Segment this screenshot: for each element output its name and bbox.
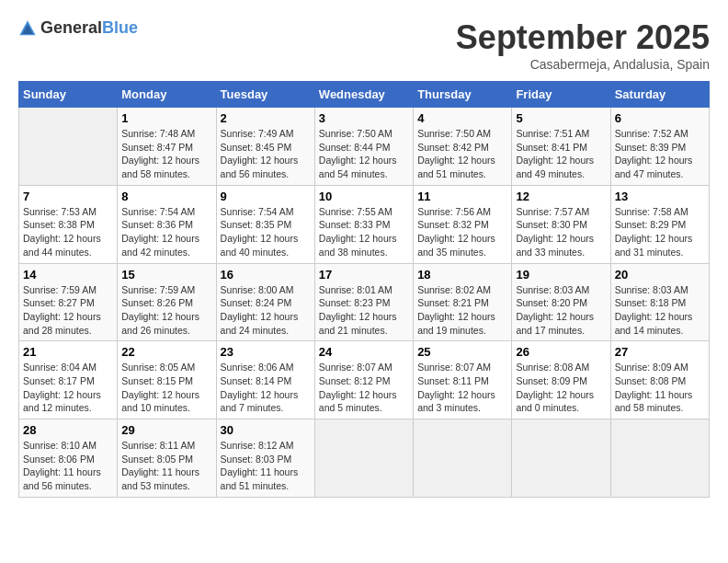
calendar-cell: 24Sunrise: 8:07 AM Sunset: 8:12 PM Dayli… (314, 341, 413, 419)
day-info: Sunrise: 7:55 AM Sunset: 8:33 PM Dayligh… (319, 205, 409, 259)
week-row-2: 7Sunrise: 7:53 AM Sunset: 8:38 PM Daylig… (19, 185, 710, 263)
day-info: Sunrise: 8:01 AM Sunset: 8:23 PM Dayligh… (319, 283, 409, 338)
day-info: Sunrise: 7:52 AM Sunset: 8:39 PM Dayligh… (615, 127, 705, 181)
title-area: September 2025 Casabermeja, Andalusia, S… (456, 18, 710, 72)
calendar-cell: 28Sunrise: 8:10 AM Sunset: 8:06 PM Dayli… (19, 419, 118, 498)
day-number: 23 (221, 345, 311, 359)
day-number: 15 (121, 268, 211, 282)
day-number: 28 (23, 423, 113, 437)
calendar-cell: 14Sunrise: 7:59 AM Sunset: 8:27 PM Dayli… (19, 263, 118, 341)
calendar-cell: 22Sunrise: 8:05 AM Sunset: 8:15 PM Dayli… (118, 341, 216, 419)
day-info: Sunrise: 8:03 AM Sunset: 8:18 PM Dayligh… (615, 283, 705, 338)
day-number: 6 (615, 111, 705, 125)
page-header: GeneralBlue September 2025 Casabermeja, … (18, 18, 710, 72)
calendar-cell: 9Sunrise: 7:54 AM Sunset: 8:35 PM Daylig… (216, 185, 314, 263)
column-header-monday: Monday (118, 82, 216, 108)
day-number: 3 (319, 111, 409, 125)
day-number: 12 (516, 190, 606, 203)
calendar-cell (314, 419, 413, 498)
day-info: Sunrise: 7:56 AM Sunset: 8:32 PM Dayligh… (417, 205, 507, 259)
logo: GeneralBlue (18, 18, 138, 38)
day-number: 25 (417, 345, 507, 359)
day-number: 17 (319, 268, 409, 282)
calendar-cell: 3Sunrise: 7:50 AM Sunset: 8:44 PM Daylig… (314, 108, 413, 186)
day-info: Sunrise: 7:54 AM Sunset: 8:35 PM Dayligh… (221, 205, 311, 259)
day-number: 26 (516, 345, 606, 359)
week-row-4: 21Sunrise: 8:04 AM Sunset: 8:17 PM Dayli… (19, 341, 710, 419)
calendar-cell (512, 419, 610, 498)
day-number: 10 (319, 190, 409, 203)
day-info: Sunrise: 8:07 AM Sunset: 8:12 PM Dayligh… (319, 361, 409, 415)
day-number: 20 (615, 268, 705, 282)
day-number: 4 (417, 111, 507, 125)
day-number: 29 (121, 423, 211, 437)
day-number: 22 (121, 345, 211, 359)
day-number: 21 (23, 345, 113, 359)
day-info: Sunrise: 7:59 AM Sunset: 8:26 PM Dayligh… (121, 283, 211, 338)
logo-text-blue: Blue (102, 18, 138, 37)
day-info: Sunrise: 8:06 AM Sunset: 8:14 PM Dayligh… (221, 361, 311, 415)
day-number: 16 (221, 268, 311, 282)
calendar-cell (19, 108, 118, 186)
calendar-cell: 11Sunrise: 7:56 AM Sunset: 8:32 PM Dayli… (414, 185, 512, 263)
week-row-1: 1Sunrise: 7:48 AM Sunset: 8:47 PM Daylig… (19, 108, 710, 186)
day-info: Sunrise: 8:05 AM Sunset: 8:15 PM Dayligh… (121, 361, 211, 415)
day-number: 24 (319, 345, 409, 359)
day-info: Sunrise: 8:04 AM Sunset: 8:17 PM Dayligh… (23, 361, 113, 415)
calendar-cell: 23Sunrise: 8:06 AM Sunset: 8:14 PM Dayli… (216, 341, 314, 419)
calendar-cell: 12Sunrise: 7:57 AM Sunset: 8:30 PM Dayli… (512, 185, 610, 263)
day-info: Sunrise: 7:54 AM Sunset: 8:36 PM Dayligh… (121, 205, 211, 259)
day-info: Sunrise: 8:03 AM Sunset: 8:20 PM Dayligh… (516, 283, 606, 338)
column-header-friday: Friday (512, 82, 610, 108)
day-info: Sunrise: 8:10 AM Sunset: 8:06 PM Dayligh… (23, 439, 113, 493)
calendar-cell: 5Sunrise: 7:51 AM Sunset: 8:41 PM Daylig… (512, 108, 610, 186)
logo-icon (18, 19, 37, 38)
calendar-cell: 20Sunrise: 8:03 AM Sunset: 8:18 PM Dayli… (610, 263, 709, 341)
calendar-cell (610, 419, 709, 498)
day-number: 13 (615, 190, 705, 203)
day-info: Sunrise: 8:08 AM Sunset: 8:09 PM Dayligh… (516, 361, 606, 415)
day-number: 11 (417, 190, 507, 203)
day-info: Sunrise: 7:48 AM Sunset: 8:47 PM Dayligh… (121, 127, 211, 181)
day-number: 27 (615, 345, 705, 359)
column-header-wednesday: Wednesday (314, 82, 413, 108)
calendar-cell: 4Sunrise: 7:50 AM Sunset: 8:42 PM Daylig… (414, 108, 512, 186)
calendar-table: SundayMondayTuesdayWednesdayThursdayFrid… (18, 81, 710, 498)
calendar-body: 1Sunrise: 7:48 AM Sunset: 8:47 PM Daylig… (19, 108, 710, 498)
day-info: Sunrise: 8:09 AM Sunset: 8:08 PM Dayligh… (615, 361, 705, 415)
calendar-cell: 21Sunrise: 8:04 AM Sunset: 8:17 PM Dayli… (19, 341, 118, 419)
calendar-cell: 30Sunrise: 8:12 AM Sunset: 8:03 PM Dayli… (216, 419, 314, 498)
logo-text-general: General (40, 18, 102, 37)
day-info: Sunrise: 7:49 AM Sunset: 8:45 PM Dayligh… (221, 127, 311, 181)
calendar-cell: 26Sunrise: 8:08 AM Sunset: 8:09 PM Dayli… (512, 341, 610, 419)
calendar-cell: 27Sunrise: 8:09 AM Sunset: 8:08 PM Dayli… (610, 341, 709, 419)
calendar-cell: 6Sunrise: 7:52 AM Sunset: 8:39 PM Daylig… (610, 108, 709, 186)
day-info: Sunrise: 7:59 AM Sunset: 8:27 PM Dayligh… (23, 283, 113, 338)
calendar-cell: 13Sunrise: 7:58 AM Sunset: 8:29 PM Dayli… (610, 185, 709, 263)
calendar-cell: 18Sunrise: 8:02 AM Sunset: 8:21 PM Dayli… (414, 263, 512, 341)
calendar-cell: 29Sunrise: 8:11 AM Sunset: 8:05 PM Dayli… (118, 419, 216, 498)
month-title: September 2025 (456, 18, 710, 57)
week-row-5: 28Sunrise: 8:10 AM Sunset: 8:06 PM Dayli… (19, 419, 710, 498)
day-number: 19 (516, 268, 606, 282)
location-subtitle: Casabermeja, Andalusia, Spain (456, 57, 710, 72)
calendar-header-row: SundayMondayTuesdayWednesdayThursdayFrid… (19, 82, 710, 108)
day-number: 5 (516, 111, 606, 125)
day-number: 8 (121, 190, 211, 203)
day-number: 7 (23, 190, 113, 203)
day-info: Sunrise: 8:00 AM Sunset: 8:24 PM Dayligh… (221, 283, 311, 338)
day-info: Sunrise: 7:53 AM Sunset: 8:38 PM Dayligh… (23, 205, 113, 259)
calendar-cell: 25Sunrise: 8:07 AM Sunset: 8:11 PM Dayli… (414, 341, 512, 419)
calendar-cell: 10Sunrise: 7:55 AM Sunset: 8:33 PM Dayli… (314, 185, 413, 263)
calendar-cell: 16Sunrise: 8:00 AM Sunset: 8:24 PM Dayli… (216, 263, 314, 341)
day-number: 1 (121, 111, 211, 125)
day-info: Sunrise: 8:02 AM Sunset: 8:21 PM Dayligh… (417, 283, 507, 338)
day-info: Sunrise: 7:58 AM Sunset: 8:29 PM Dayligh… (615, 205, 705, 259)
column-header-saturday: Saturday (610, 82, 709, 108)
calendar-cell: 1Sunrise: 7:48 AM Sunset: 8:47 PM Daylig… (118, 108, 216, 186)
day-number: 18 (417, 268, 507, 282)
calendar-cell: 2Sunrise: 7:49 AM Sunset: 8:45 PM Daylig… (216, 108, 314, 186)
day-info: Sunrise: 8:12 AM Sunset: 8:03 PM Dayligh… (221, 439, 311, 493)
day-info: Sunrise: 7:51 AM Sunset: 8:41 PM Dayligh… (516, 127, 606, 181)
day-number: 9 (221, 190, 311, 203)
